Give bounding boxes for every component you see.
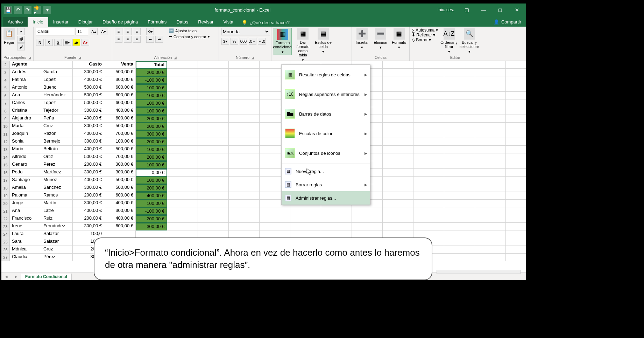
cell[interactable] [198,192,229,200]
cell[interactable] [444,238,475,246]
cell[interactable]: Bueno [41,84,73,92]
row-header[interactable]: 8 [1,107,10,115]
cell[interactable] [444,200,475,207]
paste-button[interactable]: 📋 Pegar [3,28,15,45]
cell[interactable] [260,215,290,223]
cell[interactable] [475,192,506,200]
cell[interactable] [444,123,475,130]
cell[interactable] [506,107,526,115]
cell[interactable] [229,115,260,123]
tab-view[interactable]: Vista [218,17,238,27]
cell[interactable] [198,84,229,92]
cell[interactable] [383,161,413,169]
row-header[interactable]: 27 [1,254,10,261]
cf-icon-sets[interactable]: ◉△Conjuntos de iconos▶ [282,143,370,163]
cell[interactable] [383,61,413,69]
format-painter-icon[interactable]: 🖌 [17,43,25,50]
cell[interactable]: 300,00 € [73,200,104,207]
cell[interactable] [167,200,198,207]
cell[interactable] [475,177,506,184]
cell[interactable] [506,200,526,207]
row-header[interactable]: 5 [1,84,10,92]
row-header[interactable]: 17 [1,177,10,184]
cell[interactable]: 100,00 € [136,99,167,107]
cell[interactable]: 100,00 € [104,138,136,146]
cell[interactable] [198,138,229,146]
cell[interactable]: Salazar [41,230,73,238]
cell[interactable]: García [41,69,73,76]
cell[interactable] [475,161,506,169]
cell[interactable] [475,107,506,115]
cell[interactable] [198,61,229,69]
font-name-select[interactable] [36,28,74,35]
cell[interactable]: Cristina [10,107,41,115]
cell[interactable] [383,184,413,192]
tab-formulas[interactable]: Fórmulas [143,17,171,27]
cell[interactable] [383,123,413,130]
cell[interactable] [167,123,198,130]
cell[interactable] [167,115,198,123]
row-header[interactable]: 26 [1,246,10,254]
cell[interactable]: Latre [41,207,73,215]
cell[interactable] [475,153,506,161]
cell[interactable] [167,215,198,223]
cell[interactable] [444,146,475,153]
row-header[interactable]: 14 [1,153,10,161]
cell[interactable] [167,146,198,153]
cell[interactable]: Pérez [41,254,73,261]
tab-data[interactable]: Datos [171,17,193,27]
cell[interactable] [198,123,229,130]
cell[interactable]: 300,00 € [104,76,136,84]
cell[interactable] [475,254,506,261]
cell[interactable]: Tejedor [41,107,73,115]
cell[interactable] [506,123,526,130]
increase-indent-icon[interactable]: ⇥ [155,36,163,43]
cell[interactable]: Mario [10,146,41,153]
cell[interactable]: 500,00 € [104,146,136,153]
cell[interactable] [444,192,475,200]
row-header[interactable]: 18 [1,184,10,192]
font-size-select[interactable] [76,28,88,35]
cell[interactable] [198,146,229,153]
cell[interactable]: 400,00 € [104,200,136,207]
cell[interactable]: 300,00 € [73,223,104,230]
cell[interactable] [475,200,506,207]
qat-dropdown-icon[interactable]: ▾ [43,6,51,14]
cell[interactable]: 700,00 € [104,153,136,161]
cell[interactable]: Fernández [41,223,73,230]
cell[interactable]: 600,00 € [104,192,136,200]
cell[interactable]: Pérez [41,161,73,169]
cell[interactable]: Irene [10,223,41,230]
cell[interactable]: 200,00 € [136,153,167,161]
cell[interactable]: 400,00 € [104,107,136,115]
cell[interactable] [444,207,475,215]
cell[interactable]: Jorge [10,200,41,207]
row-header[interactable]: 13 [1,146,10,153]
align-top-icon[interactable]: ≡ [115,28,122,35]
cell[interactable] [352,230,383,238]
cell[interactable] [444,130,475,138]
cell[interactable]: 500,00 € [104,123,136,130]
cell[interactable] [413,69,444,76]
cell[interactable] [229,184,260,192]
cell[interactable] [167,169,198,177]
autosum-button[interactable]: ∑ Autosuma ▾ [412,28,438,33]
cell[interactable] [229,92,260,99]
cell[interactable] [383,115,413,123]
align-right-icon[interactable]: ≡ [133,36,141,43]
cell[interactable] [413,84,444,92]
cell[interactable]: Martínez [41,169,73,177]
copy-icon[interactable]: 🗐 [17,36,25,43]
cell[interactable]: Joaquín [10,130,41,138]
cell[interactable] [167,161,198,169]
cell[interactable]: Gasto [73,61,104,69]
cell[interactable] [475,61,506,69]
cell[interactable]: Razón [41,130,73,138]
cell[interactable] [167,184,198,192]
row-header[interactable]: 15 [1,161,10,169]
cell[interactable]: 600,00 € [104,84,136,92]
align-left-icon[interactable]: ≡ [115,36,122,43]
cell[interactable] [444,76,475,84]
cell[interactable] [444,153,475,161]
cell[interactable]: Genaro [10,161,41,169]
